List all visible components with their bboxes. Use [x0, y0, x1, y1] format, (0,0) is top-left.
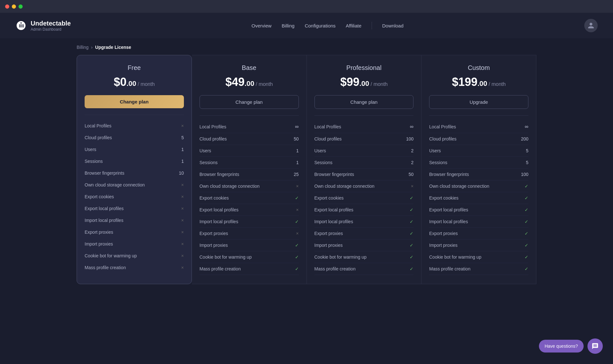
plan-price-professional: $99.00 / month	[314, 75, 414, 89]
feature-row: Users5	[429, 145, 528, 157]
brand-name: Undetectable	[31, 20, 71, 27]
feature-row: Local Profiles∞	[200, 121, 299, 133]
feature-name: Export cookies	[200, 195, 229, 201]
feature-name: Browser fingerprints	[429, 172, 469, 177]
titlebar	[0, 0, 613, 13]
feature-row: Cloud profiles100	[314, 133, 414, 145]
plan-button-base[interactable]: Change plan	[200, 95, 299, 109]
feature-row: Export local profiles×	[85, 203, 184, 215]
feature-name: Cookie bot for warming up	[314, 254, 367, 260]
feature-row: Export local profiles✓	[314, 204, 414, 216]
feature-row: Browser fingerprints25	[200, 169, 299, 180]
plan-period-custom: / month	[489, 81, 506, 87]
feature-row: Import local profiles×	[85, 215, 184, 226]
feature-row: Cloud profiles200	[429, 133, 528, 145]
plan-card-professional: Professional$99.00 / monthChange planLoc…	[307, 55, 422, 284]
feature-value: ∞	[295, 124, 299, 130]
feature-row: Cookie bot for warming up✓	[429, 251, 528, 263]
feature-value: 50	[294, 136, 299, 141]
plans-container: Free$0.00 / monthChange planLocal Profil…	[0, 55, 613, 297]
feature-name: Export proxies	[314, 231, 343, 236]
feature-name: Users	[314, 148, 326, 153]
feature-row: Import proxies✓	[200, 239, 299, 251]
feature-row: Own cloud storage connection×	[314, 180, 414, 192]
maximize-button[interactable]	[19, 4, 23, 9]
plan-period-professional: / month	[371, 81, 388, 87]
feature-name: Sessions	[314, 160, 333, 165]
chat-icon[interactable]	[587, 338, 603, 354]
feature-value: 1	[181, 147, 184, 152]
plan-divider-base	[200, 115, 299, 116]
feature-value: ✓	[410, 195, 413, 201]
feature-name: Cookie bot for warming up	[429, 254, 481, 260]
feature-value: 1	[296, 148, 299, 153]
feature-row: Sessions5	[429, 157, 528, 169]
plan-card-custom: Custom$199.00 / monthUpgradeLocal Profil…	[421, 55, 536, 284]
brand-subtitle: Admin Dashboard	[31, 27, 71, 32]
feature-value: ✓	[410, 266, 413, 271]
feature-value: ×	[181, 230, 184, 235]
feature-row: Own cloud storage connection×	[200, 180, 299, 192]
feature-value: ✓	[525, 195, 528, 201]
feature-row: Users1	[200, 145, 299, 157]
feature-name: Import local profiles	[200, 219, 238, 224]
feature-value: ✓	[410, 231, 413, 236]
close-button[interactable]	[5, 4, 9, 9]
navbar: Undetectable Admin Dashboard Overview Bi…	[0, 13, 613, 38]
nav-overview[interactable]: Overview	[252, 23, 272, 28]
feature-value: ×	[181, 253, 184, 258]
feature-name: Export proxies	[85, 230, 113, 235]
feature-row: Export proxies×	[200, 228, 299, 239]
feature-value: 100	[521, 172, 528, 177]
chat-bubble[interactable]: Have questions?	[539, 340, 584, 353]
feature-value: ✓	[525, 219, 528, 224]
feature-row: Export cookies✓	[314, 192, 414, 204]
feature-name: Local Profiles	[85, 123, 111, 128]
feature-value: ∞	[525, 124, 528, 130]
feature-name: Local Profiles	[429, 124, 456, 129]
feature-row: Cookie bot for warming up✓	[200, 251, 299, 263]
feature-row: Cookie bot for warming up×	[85, 250, 184, 262]
nav-download[interactable]: Download	[382, 23, 404, 28]
plan-button-professional[interactable]: Change plan	[314, 95, 414, 109]
feature-name: Export proxies	[200, 231, 228, 236]
feature-name: Import local profiles	[85, 218, 123, 223]
feature-row: Cloud profiles5	[85, 132, 184, 144]
nav-affiliate[interactable]: Affiliate	[346, 23, 361, 28]
feature-name: Mass profile creation	[314, 266, 356, 271]
minimize-button[interactable]	[12, 4, 16, 9]
plan-name-free: Free	[85, 64, 184, 72]
feature-name: Export cookies	[314, 195, 344, 201]
plan-button-free[interactable]: Change plan	[85, 95, 184, 108]
feature-row: Mass profile creation×	[85, 262, 184, 274]
feature-value: 5	[526, 148, 528, 153]
feature-name: Own cloud storage connection	[429, 184, 489, 189]
plan-amount-free: $0.00	[114, 75, 136, 88]
feature-value: ×	[181, 182, 184, 187]
feature-value: ✓	[295, 266, 299, 271]
feature-name: Cloud profiles	[314, 136, 342, 141]
feature-value: ✓	[410, 207, 413, 212]
feature-row: Export cookies✓	[429, 192, 528, 204]
nav-configurations[interactable]: Configurations	[305, 23, 336, 28]
plan-price-free: $0.00 / month	[85, 75, 184, 89]
feature-value: 50	[409, 172, 414, 177]
plan-divider-custom	[429, 115, 528, 116]
feature-name: Browser fingerprints	[85, 171, 125, 176]
feature-value: ✓	[525, 207, 528, 212]
feature-row: Export cookies✓	[200, 192, 299, 204]
feature-name: Export cookies	[429, 195, 458, 201]
feature-name: Export local profiles	[85, 206, 124, 211]
plan-price-base: $49.00 / month	[200, 75, 299, 89]
feature-value: ×	[181, 123, 184, 128]
brand-text: Undetectable Admin Dashboard	[31, 20, 71, 32]
plan-name-professional: Professional	[314, 64, 414, 72]
nav-billing[interactable]: Billing	[282, 23, 294, 28]
user-avatar[interactable]	[584, 19, 598, 32]
plan-button-custom[interactable]: Upgrade	[429, 95, 528, 109]
feature-row: Export cookies×	[85, 191, 184, 203]
plan-name-custom: Custom	[429, 64, 528, 72]
feature-name: Export local profiles	[429, 207, 468, 212]
breadcrumb-parent[interactable]: Billing	[77, 45, 88, 50]
breadcrumb-current: Upgrade License	[95, 45, 131, 50]
